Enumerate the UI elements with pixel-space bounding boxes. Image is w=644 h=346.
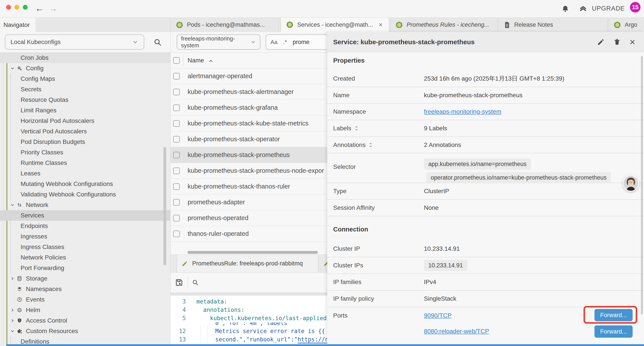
chevron-right-icon[interactable] bbox=[10, 308, 15, 313]
row-checkbox[interactable] bbox=[173, 73, 180, 79]
sidebar-item-storage[interactable]: Storage bbox=[0, 273, 170, 284]
sidebar-item-custom-resources[interactable]: Custom Resources bbox=[0, 326, 170, 336]
sidebar-item-cron-jobs[interactable]: Cron Jobs bbox=[0, 52, 170, 63]
sidebar-item-priority-classes[interactable]: Priority Classes bbox=[0, 147, 170, 158]
forward-button[interactable]: → bbox=[49, 3, 58, 13]
regex-icon[interactable]: .* bbox=[283, 39, 287, 45]
sidebar-item-vertical-pod-autoscalers[interactable]: Vertical Pod Autoscalers bbox=[0, 126, 170, 137]
sidebar-item-resource-quotas[interactable]: Resource Quotas bbox=[0, 95, 170, 105]
sidebar-item-services[interactable]: Services bbox=[0, 210, 170, 221]
tab-prometheus-rules[interactable]: Prometheus Rules - icecheng... bbox=[390, 18, 498, 32]
sidebar-item-leases[interactable]: Leases bbox=[0, 168, 170, 179]
traffic-light-minimize-icon[interactable] bbox=[14, 5, 19, 10]
navigator-panel-tab[interactable]: Navigator bbox=[0, 18, 36, 32]
row-checkbox[interactable] bbox=[173, 136, 180, 143]
editor-tab-prometheusrule[interactable]: PrometheusRule: freeleaps-prod-rabbitmq bbox=[177, 255, 318, 272]
table-row[interactable]: kube-prometheus-stack-kube-state-metrics bbox=[170, 116, 327, 131]
sort-ascending-icon[interactable] bbox=[208, 58, 214, 64]
table-row[interactable]: alertmanager-operated bbox=[170, 68, 327, 84]
trash-icon[interactable] bbox=[613, 38, 621, 46]
namespace-link[interactable]: freeleaps-monitoring-system bbox=[424, 108, 501, 115]
table-row[interactable]: thanos-ruler-operated bbox=[170, 226, 327, 242]
expand-collapse-icon[interactable] bbox=[368, 142, 373, 148]
notification-count-badge[interactable]: 15 bbox=[630, 2, 640, 12]
forward-button[interactable]: Forward... bbox=[594, 326, 632, 338]
namespace-select[interactable]: freeleaps-monitoring-system bbox=[177, 34, 260, 50]
navigator-panel-label: Navigator bbox=[4, 21, 30, 28]
table-row-selected[interactable]: kube-prometheus-stack-prometheus bbox=[170, 147, 327, 163]
row-checkbox[interactable] bbox=[173, 183, 180, 190]
sidebar-item-secrets[interactable]: Secrets bbox=[0, 84, 170, 95]
sidebar-item-events[interactable]: Events bbox=[0, 294, 170, 305]
tab-close-icon[interactable]: × bbox=[379, 21, 383, 28]
table-row[interactable]: kube-prometheus-stack-prometheus-node-ex… bbox=[170, 163, 327, 179]
table-row[interactable]: kube-prometheus-stack-operator bbox=[170, 131, 327, 147]
upgrade-icon[interactable] bbox=[579, 5, 588, 13]
sidebar-item-runtime-classes[interactable]: Runtime Classes bbox=[0, 158, 170, 168]
assistant-avatar[interactable] bbox=[622, 175, 639, 192]
traffic-light-close-icon[interactable] bbox=[6, 5, 11, 10]
back-button[interactable]: ← bbox=[35, 3, 44, 13]
sidebar-item-validating-webhook-configurations[interactable]: Validating Webhook Configurations bbox=[0, 189, 170, 200]
chevron-down-icon[interactable] bbox=[10, 329, 15, 334]
name-filter-input[interactable]: Aa .* prome bbox=[266, 34, 326, 50]
traffic-light-zoom-icon[interactable] bbox=[23, 5, 28, 10]
detail-scrollbar[interactable] bbox=[641, 56, 643, 315]
chevron-down-icon[interactable] bbox=[10, 66, 15, 71]
horizontal-scrollbar[interactable] bbox=[188, 251, 318, 254]
yaml-editor[interactable]: 3metadata: 4annotations: 5kubectl.kubern… bbox=[170, 296, 327, 346]
sidebar-item-config-maps[interactable]: Config Maps bbox=[0, 74, 170, 84]
row-checkbox[interactable] bbox=[173, 199, 180, 206]
match-case-icon[interactable]: Aa bbox=[270, 39, 278, 45]
sidebar-item-network-policies[interactable]: Network Policies bbox=[0, 252, 170, 263]
sidebar-item-mutating-webhook-configurations[interactable]: Mutating Webhook Configurations bbox=[0, 179, 170, 189]
sidebar-item-ingress-classes[interactable]: Ingress Classes bbox=[0, 242, 170, 252]
row-checkbox[interactable] bbox=[173, 104, 180, 111]
service-name: alertmanager-operated bbox=[170, 72, 252, 80]
chevron-right-icon[interactable] bbox=[10, 276, 15, 281]
upgrade-label[interactable]: UPGRADE bbox=[592, 5, 625, 12]
connection-row-ip-families: IP families IPv4 bbox=[327, 274, 644, 291]
tab-services[interactable]: Services - icecheng@math... × bbox=[281, 18, 389, 32]
expand-collapse-icon[interactable] bbox=[354, 125, 359, 131]
edit-pencil-icon[interactable] bbox=[597, 38, 604, 46]
chevron-down-icon[interactable] bbox=[10, 203, 15, 207]
table-row[interactable]: kube-prometheus-stack-thanos-ruler bbox=[170, 179, 327, 194]
sidebar-item-port-forwarding[interactable]: Port Forwarding bbox=[0, 263, 170, 273]
sidebar-item-helm[interactable]: Helm bbox=[0, 305, 170, 315]
chevron-right-icon[interactable] bbox=[10, 318, 15, 323]
tab-argo[interactable]: Argo Se bbox=[608, 18, 644, 32]
row-checkbox[interactable] bbox=[173, 89, 180, 95]
row-checkbox[interactable] bbox=[173, 168, 180, 174]
row-checkbox[interactable] bbox=[173, 120, 180, 127]
sidebar-item-network[interactable]: Network bbox=[0, 200, 170, 210]
table-row[interactable]: kube-prometheus-stack-alertmanager bbox=[170, 84, 327, 100]
item-label: Storage bbox=[0, 275, 47, 282]
row-checkbox[interactable] bbox=[173, 215, 180, 221]
port-link[interactable]: 8080:reloader-web/TCP bbox=[424, 328, 489, 335]
port-link[interactable]: 9090/TCP bbox=[424, 312, 452, 319]
sidebar-scrollbar[interactable] bbox=[164, 147, 166, 265]
select-all-checkbox[interactable] bbox=[173, 57, 180, 64]
notification-bell-icon[interactable] bbox=[561, 5, 570, 13]
sidebar-item-namespaces[interactable]: Namespaces bbox=[0, 284, 170, 294]
row-checkbox[interactable] bbox=[173, 231, 180, 237]
sidebar-item-ingresses[interactable]: Ingresses bbox=[0, 231, 170, 242]
table-row[interactable]: prometheus-operated bbox=[170, 210, 327, 226]
table-row[interactable]: kube-prometheus-stack-grafana bbox=[170, 100, 327, 116]
sidebar-item-limit-ranges[interactable]: Limit Ranges bbox=[0, 105, 170, 116]
sidebar-item-endpoints[interactable]: Endpoints bbox=[0, 221, 170, 231]
sidebar-item-pod-disruption-budgets[interactable]: Pod Disruption Budgets bbox=[0, 137, 170, 147]
editor-search-icon[interactable] bbox=[192, 279, 199, 286]
close-icon[interactable]: × bbox=[630, 38, 635, 46]
sidebar-item-config[interactable]: Config bbox=[0, 63, 170, 74]
table-row[interactable]: prometheus-adapter bbox=[170, 194, 327, 210]
save-icon[interactable] bbox=[175, 278, 183, 287]
tab-release-notes[interactable]: Release Notes bbox=[498, 18, 608, 32]
sidebar-search-icon[interactable] bbox=[153, 38, 162, 47]
kubeconfig-select[interactable]: Local Kubeconfigs bbox=[5, 34, 144, 50]
tab-pods[interactable]: Pods - icecheng@mathmas... bbox=[170, 18, 279, 32]
sidebar-item-horizontal-pod-autoscalers[interactable]: Horizontal Pod Autoscalers bbox=[0, 116, 170, 126]
sidebar-item-access-control[interactable]: Access Control bbox=[0, 315, 170, 326]
row-checkbox[interactable] bbox=[173, 152, 180, 158]
